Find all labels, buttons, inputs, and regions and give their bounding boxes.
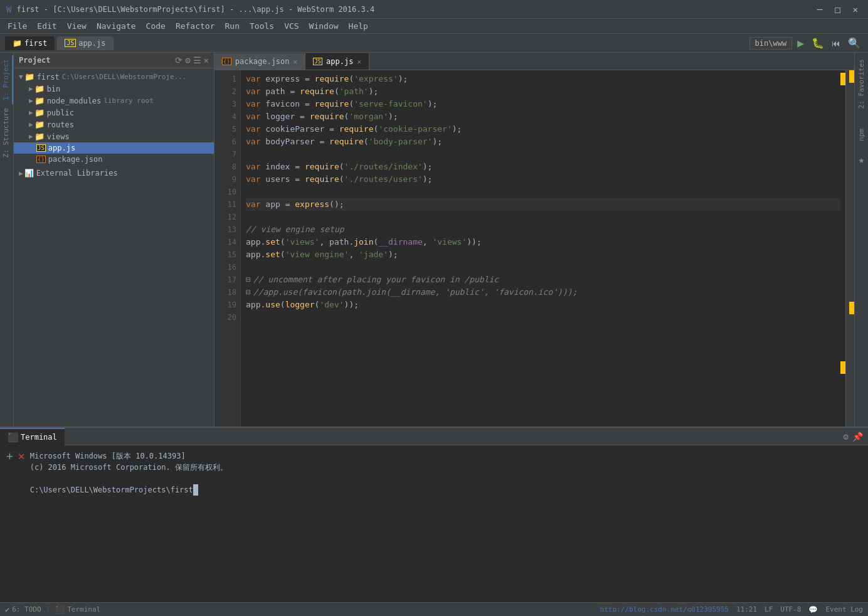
npm-label[interactable]: npm xyxy=(855,125,867,145)
close-button[interactable]: ✕ xyxy=(849,3,862,16)
right-sidebar: 2: Favorites npm ★ xyxy=(854,53,868,427)
favorites-star-icon[interactable]: ★ xyxy=(856,151,867,168)
run-button[interactable]: ▶ xyxy=(795,35,807,51)
settings-icon[interactable]: ⚙ xyxy=(844,432,849,442)
menu-code[interactable]: Code xyxy=(141,20,171,32)
tree-root[interactable]: ▼ 📁 first C:\Users\DELL\WebstormProje... xyxy=(14,71,214,83)
tab-appjs-label: app.js xyxy=(326,57,353,66)
status-terminal[interactable]: Terminal xyxy=(67,605,100,613)
bookmark-yellow2 xyxy=(840,361,845,374)
terminal-prompt-line: C:\Users\DELL\WebstormProjects\first xyxy=(30,484,228,496)
node-modules-folder-icon: 📁 xyxy=(34,96,45,105)
terminal-close-button[interactable]: ✕ xyxy=(18,450,25,462)
scrollbar-area[interactable] xyxy=(845,70,854,427)
maximize-button[interactable]: □ xyxy=(831,3,844,16)
project-nav-tab[interactable]: 📁 first xyxy=(5,36,55,50)
tab-packagejson[interactable]: {} package.json ✕ xyxy=(214,53,305,70)
tree-routes[interactable]: ▶ 📁 routes xyxy=(14,119,214,130)
tree-appjs[interactable]: JS app.js xyxy=(14,142,214,154)
tree-routes-label: routes xyxy=(47,120,74,129)
menu-file[interactable]: File xyxy=(3,20,32,32)
library-root-label: library root xyxy=(103,97,153,105)
bottom-panel-icons: ⚙ 📌 xyxy=(844,432,868,442)
menu-refactor[interactable]: Refactor xyxy=(171,20,220,32)
far-left-sidebar: 1: Project Z: Structure xyxy=(0,53,14,427)
line-numbers: 1 2 3 4 5 6 7 8 9 10 11 12 13 14 15 16 1… xyxy=(214,70,241,427)
root-folder-icon: 📁 xyxy=(24,72,34,82)
pin-icon[interactable]: 📌 xyxy=(852,432,863,442)
sidebar-structure-tab[interactable]: Z: Structure xyxy=(0,104,13,161)
status-lf[interactable]: LF xyxy=(765,605,773,613)
terminal-line1: Microsoft Windows [版本 10.0.14393] xyxy=(30,450,228,462)
status-event-log[interactable]: Event Log xyxy=(825,605,863,613)
tree-packagejson[interactable]: {} package.json xyxy=(14,154,214,165)
terminal-cursor xyxy=(193,484,198,496)
root-name: first xyxy=(37,73,60,82)
tree-views-label: views xyxy=(47,132,70,141)
menu-navigate[interactable]: Navigate xyxy=(92,20,141,32)
layout-icon[interactable]: ☰ xyxy=(193,55,201,65)
toolbar-right: bin\www ▶ 🐛 ⏮ 🔍 xyxy=(749,35,863,51)
expand-icon: ▶ xyxy=(29,97,33,105)
todo-icon: ✔ xyxy=(5,605,9,614)
debug-button[interactable]: 🐛 xyxy=(809,36,827,50)
code-line-18: ⊟//app.use(favicon(path.join(__dirname, … xyxy=(246,286,840,299)
code-line-14: app.set('views', path.join(__dirname, 'v… xyxy=(246,236,840,248)
tree-external-libs[interactable]: ▶ 📊 External Libraries xyxy=(14,167,214,179)
terminal-line3 xyxy=(30,473,228,484)
code-line-19: app.use(logger('dev')); xyxy=(246,299,840,311)
prev-button[interactable]: ⏮ xyxy=(829,37,843,50)
code-editor[interactable]: 1 2 3 4 5 6 7 8 9 10 11 12 13 14 15 16 1… xyxy=(214,70,854,427)
menu-help[interactable]: Help xyxy=(344,20,373,32)
tree-appjs-label: app.js xyxy=(48,144,75,152)
status-encoding[interactable]: UTF-8 xyxy=(780,605,801,613)
bookmark-yellow xyxy=(840,73,845,85)
code-line-15: app.set('view engine', 'jade'); xyxy=(246,248,840,261)
appjs-nav-tab[interactable]: JS app.js xyxy=(57,36,113,50)
code-line-17: ⊟// uncomment after placing your favicon… xyxy=(246,273,840,286)
code-line-16 xyxy=(246,261,840,273)
menu-tools[interactable]: Tools xyxy=(245,20,279,32)
sidebar-project-tab[interactable]: 1: Project xyxy=(0,55,13,104)
menu-vcs[interactable]: VCS xyxy=(279,20,304,32)
tree-node-modules[interactable]: ▶ 📁 node_modules library root xyxy=(14,95,214,107)
code-line-13: // view engine setup xyxy=(246,223,840,236)
folder-icon: 📁 xyxy=(13,39,22,48)
favorites-label[interactable]: 2: Favorites xyxy=(855,55,867,112)
terminal-add-button[interactable]: + xyxy=(6,450,13,462)
expand-icon: ▶ xyxy=(19,169,23,178)
fold-icon-17: ⊟ xyxy=(246,273,251,286)
packagejson-tab-icon: {} xyxy=(222,58,231,65)
minimize-button[interactable]: ─ xyxy=(813,3,826,16)
run-config[interactable]: bin\www xyxy=(749,37,793,50)
menu-window[interactable]: Window xyxy=(304,20,344,32)
code-line-20 xyxy=(246,311,840,324)
menu-view[interactable]: View xyxy=(62,20,92,32)
appjs-tab-icon: JS xyxy=(313,58,322,65)
search-button[interactable]: 🔍 xyxy=(845,36,863,50)
event-log-icon: 💬 xyxy=(808,605,818,614)
code-line-8: var index = require('./routes/index'); xyxy=(246,161,840,173)
public-folder-icon: 📁 xyxy=(34,108,45,117)
tree-views[interactable]: ▶ 📁 views xyxy=(14,130,214,142)
menu-run[interactable]: Run xyxy=(220,20,245,32)
menu-edit[interactable]: Edit xyxy=(32,20,61,32)
gear-icon[interactable]: ⚙ xyxy=(185,55,190,65)
code-content[interactable]: var express = require('express'); var pa… xyxy=(241,70,845,427)
close-panel-icon[interactable]: ✕ xyxy=(204,55,209,65)
tree-bin[interactable]: ▶ 📁 bin xyxy=(14,83,214,95)
terminal-content[interactable]: + ✕ Microsoft Windows [版本 10.0.14393] (c… xyxy=(0,445,868,602)
sync-icon[interactable]: ⟳ xyxy=(175,55,183,65)
terminal-icon: ⬛ xyxy=(8,432,18,442)
tab-packagejson-close[interactable]: ✕ xyxy=(294,58,298,66)
status-bar: ✔ 6: TODO | ⬛ Terminal http://blog.csdn.… xyxy=(0,602,868,616)
tab-appjs-close[interactable]: ✕ xyxy=(357,58,361,66)
tab-appjs[interactable]: JS app.js ✕ xyxy=(305,53,369,70)
project-tree: ▼ 📁 first C:\Users\DELL\WebstormProje...… xyxy=(14,68,214,427)
expand-icon: ▶ xyxy=(29,132,33,141)
tab-terminal-active[interactable]: ⬛ Terminal xyxy=(0,428,65,445)
tree-external-libs-label: External Libraries xyxy=(36,169,118,178)
tree-public[interactable]: ▶ 📁 public xyxy=(14,107,214,119)
project-panel-icons: ⟳ ⚙ ☰ ✕ xyxy=(175,55,209,65)
status-todo[interactable]: 6: TODO xyxy=(12,605,41,613)
